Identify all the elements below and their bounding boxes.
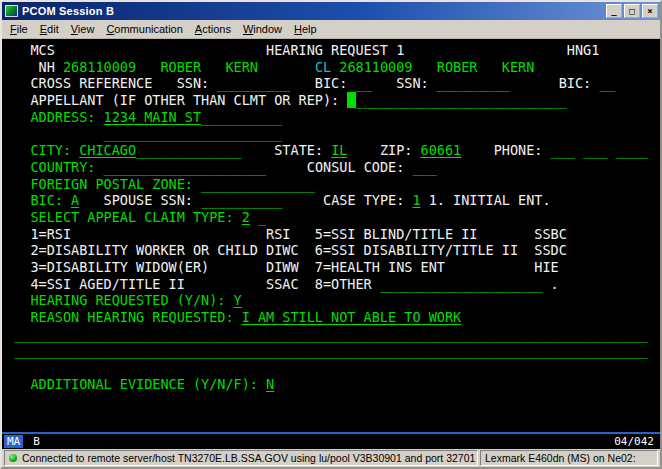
- screen-label: HEARING REQUESTED (Y/N):: [6, 292, 234, 308]
- screen-label: CROSS REFERENCE SSN:: [6, 75, 217, 91]
- screen-label: [6, 125, 104, 141]
- screen-field[interactable]: _________: [437, 75, 510, 91]
- screen-label: BIC:: [290, 75, 355, 91]
- screen-field[interactable]: 60661: [421, 142, 462, 158]
- screen-field[interactable]: __________________________: [356, 92, 567, 108]
- terminal-row: HEARING REQUESTED (Y/N): Y: [6, 292, 660, 309]
- printer-status-panel: Lexmark E460dn (MS) on Ne02:: [480, 450, 658, 466]
- screen-field[interactable]: CHICAGO: [79, 142, 136, 158]
- oia-system-indicator: MA: [4, 435, 23, 448]
- screen-label: FOREIGN POSTAL ZONE:: [6, 176, 201, 192]
- screen-field[interactable]: ___ ___ ____: [551, 142, 649, 158]
- screen-label: [258, 59, 315, 75]
- screen-label: 268110009 ROBER KERN: [63, 59, 258, 75]
- screen-field[interactable]: ________________________________________…: [6, 342, 648, 358]
- screen-field[interactable]: ___: [412, 159, 436, 175]
- screen-label: ADDITIONAL EVIDENCE (Y/N/F):: [6, 376, 266, 392]
- terminal-row: ______________________: [6, 125, 660, 142]
- menu-item-file[interactable]: File: [4, 21, 34, 37]
- screen-label: ADDRESS:: [6, 109, 104, 125]
- screen-label: SELECT APPEAL CLAIM TYPE:: [6, 209, 242, 225]
- connection-status-text: Connected to remote server/host TN3270E.…: [22, 452, 475, 464]
- screen-field[interactable]: Y: [234, 292, 242, 308]
- screen-field[interactable]: ____________________: [380, 276, 543, 292]
- screen-field[interactable]: 1234 MAIN ST: [104, 109, 202, 125]
- oia-cursor-position: 04/042: [614, 435, 654, 448]
- connection-status-panel: Connected to remote server/host TN3270E.…: [4, 450, 478, 466]
- terminal-row: ________________________________________…: [6, 342, 660, 359]
- screen-field[interactable]: ______________________: [104, 125, 283, 141]
- screen-field[interactable]: N: [266, 376, 274, 392]
- screen-field[interactable]: A: [71, 192, 79, 208]
- terminal-row: [6, 359, 660, 376]
- screen-label: SPOUSE SSN:: [79, 192, 201, 208]
- screen-field[interactable]: ______________: [201, 176, 315, 192]
- screen-field[interactable]: __________: [201, 109, 282, 125]
- terminal-row: [6, 409, 660, 426]
- terminal-row: 4=SSI AGED/TITLE II SSAC 8=OTHER _______…: [6, 276, 660, 293]
- terminal-row: NH 268110009 ROBER KERN CL 268110009 ROB…: [6, 59, 660, 76]
- window-controls: _□×: [604, 4, 658, 18]
- application-window: PCOM Session B _□× FileEditViewCommunica…: [0, 0, 662, 469]
- terminal-row: 3=DISABILITY WIDOW(ER) DIWW 7=HEALTH INS…: [6, 259, 660, 276]
- screen-label: CONSUL CODE:: [266, 159, 412, 175]
- terminal-screen[interactable]: MCS HEARING REQUEST 1 HNG1 NH 268110009 …: [2, 39, 660, 432]
- connected-icon: [9, 454, 17, 462]
- app-icon: [5, 5, 18, 17]
- terminal-row: FOREIGN POSTAL ZONE: ______________: [6, 176, 660, 193]
- screen-label: NH: [6, 59, 63, 75]
- screen-label: CASE TYPE:: [282, 192, 412, 208]
- terminal-row: APPELLANT (IF OTHER THAN CLMT OR REP): _…: [6, 92, 660, 109]
- screen-field[interactable]: 1: [412, 192, 420, 208]
- status-bar: Connected to remote server/host TN3270E.…: [2, 449, 660, 467]
- screen-field[interactable]: ________________________________________…: [6, 326, 648, 342]
- menu-item-communication[interactable]: Communication: [100, 21, 188, 37]
- menu-item-edit[interactable]: Edit: [34, 21, 65, 37]
- menu-item-help[interactable]: Help: [288, 21, 323, 37]
- screen-label: 3=DISABILITY WIDOW(ER) DIWW 7=HEALTH INS…: [6, 259, 559, 275]
- screen-field[interactable]: IL: [331, 142, 347, 158]
- screen-label: 2=DISABILITY WORKER OR CHILD DIWC 6=SSI …: [6, 242, 567, 258]
- screen-label: 1. INITIAL ENT.: [421, 192, 551, 208]
- terminal-row: COUNTRY: ____________________ CONSUL COD…: [6, 159, 660, 176]
- screen-label: BIC:: [6, 192, 71, 208]
- screen-label: BIC:: [510, 75, 599, 91]
- screen-field[interactable]: I AM STILL NOT ABLE TO WORK: [242, 309, 461, 325]
- screen-label: CL: [315, 59, 339, 75]
- screen-field[interactable]: _: [250, 209, 266, 225]
- oia-bar: MA B 04/042: [2, 434, 660, 449]
- close-button[interactable]: ×: [642, 4, 658, 18]
- terminal-row: REASON HEARING REQUESTED: I AM STILL NOT…: [6, 309, 660, 326]
- screen-label: COUNTRY:: [6, 159, 104, 175]
- menu-item-view[interactable]: View: [65, 21, 101, 37]
- menu-item-window[interactable]: Window: [237, 21, 288, 37]
- screen-label: REASON HEARING REQUESTED:: [6, 309, 242, 325]
- screen-label: 268110009 ROBER KERN: [339, 59, 534, 75]
- terminal-row: 1=RSI RSI 5=SSI BLIND/TITLE II SSBC: [6, 226, 660, 243]
- menu-bar: FileEditViewCommunicationActionsWindowHe…: [2, 20, 660, 39]
- screen-field[interactable]: __: [356, 75, 372, 91]
- minimize-button[interactable]: _: [606, 4, 622, 18]
- screen-field[interactable]: __: [599, 75, 615, 91]
- screen-field[interactable]: _____________: [136, 142, 242, 158]
- window-title: PCOM Session B: [22, 5, 604, 17]
- screen-field[interactable]: __________: [201, 192, 282, 208]
- terminal-row: ________________________________________…: [6, 326, 660, 343]
- screen-label: SSN:: [372, 75, 437, 91]
- screen-field[interactable]: ____________________: [104, 159, 267, 175]
- terminal-row: SELECT APPEAL CLAIM TYPE: 2 _: [6, 209, 660, 226]
- screen-label: ZIP:: [347, 142, 420, 158]
- screen-label: MCS HEARING REQUEST 1 HNG1: [6, 42, 599, 58]
- screen-label: 4=SSI AGED/TITLE II SSAC 8=OTHER: [6, 276, 380, 292]
- screen-field[interactable]: 2: [242, 209, 250, 225]
- screen-label: PHONE:: [461, 142, 550, 158]
- terminal-row: [6, 392, 660, 409]
- title-bar[interactable]: PCOM Session B _□×: [2, 2, 660, 20]
- maximize-button[interactable]: □: [624, 4, 640, 18]
- oia-session-id: B: [33, 435, 40, 448]
- menu-item-actions[interactable]: Actions: [189, 21, 237, 37]
- screen-field[interactable]: _________: [217, 75, 290, 91]
- screen-label: .: [542, 276, 558, 292]
- screen-label: CITY:: [6, 142, 79, 158]
- printer-status-text: Lexmark E460dn (MS) on Ne02:: [485, 452, 636, 464]
